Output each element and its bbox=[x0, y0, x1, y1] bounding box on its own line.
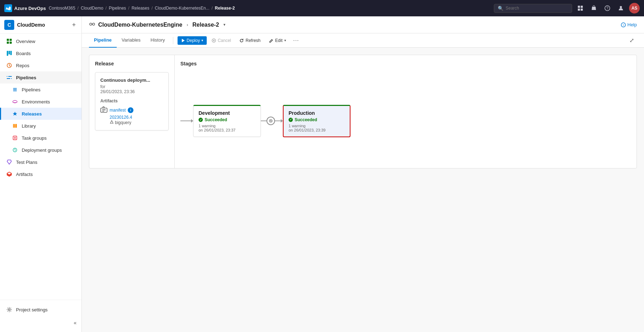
svg-point-27 bbox=[90, 23, 92, 25]
releases-icon bbox=[12, 111, 18, 117]
artifact-badge: i bbox=[128, 107, 133, 113]
artifact-version[interactable]: 20230126.4 bbox=[110, 115, 163, 120]
project-name[interactable]: CloudDemo bbox=[17, 22, 68, 28]
sidebar-item-label-deploygroups: Deployment groups bbox=[22, 148, 62, 153]
tab-variables[interactable]: Variables bbox=[117, 33, 146, 48]
deploy-dropdown-chevron: ▾ bbox=[201, 38, 203, 42]
breadcrumb: ContosoM365 / CloudDemo / Pipelines / Re… bbox=[49, 6, 491, 11]
help-icon[interactable]: ? bbox=[602, 3, 613, 14]
tab-pipeline[interactable]: Pipeline bbox=[89, 33, 117, 48]
main-layout: C CloudDemo + Overview Boards bbox=[0, 16, 644, 332]
release-section: Release Continuous deploym... for 26/01/… bbox=[89, 55, 175, 168]
tab-history[interactable]: History bbox=[146, 33, 170, 48]
sidebar-item-label-overview: Overview bbox=[16, 39, 35, 44]
grid-view-icon[interactable] bbox=[575, 3, 586, 14]
stage-card-development[interactable]: Development Succeeded 1 warning on 26/01… bbox=[193, 105, 261, 137]
breadcrumb-section[interactable]: Pipelines bbox=[109, 6, 126, 11]
sidebar-item-label-boards: Boards bbox=[16, 51, 31, 56]
app-logo[interactable]: Azure DevOps bbox=[4, 4, 46, 12]
sidebar-item-label-environments: Environments bbox=[22, 99, 50, 105]
svg-rect-9 bbox=[7, 42, 9, 44]
sidebar-item-releases[interactable]: Releases bbox=[0, 108, 81, 120]
pipelines-icon bbox=[12, 86, 18, 93]
sidebar-item-testplans[interactable]: Test Plans bbox=[0, 156, 81, 168]
refresh-button[interactable]: Refresh bbox=[236, 36, 264, 45]
sidebar-item-label-pipelines: Pipelines bbox=[22, 87, 41, 92]
sidebar-item-pipelines-header[interactable]: Pipelines bbox=[0, 71, 81, 84]
stage-timestamp-production: on 26/01/2023, 23:39 bbox=[289, 128, 345, 132]
stage-status-development: Succeeded bbox=[199, 117, 255, 122]
user-avatar[interactable]: AS bbox=[629, 3, 640, 14]
breadcrumb-pipeline[interactable]: CloudDemo-KubernetesEn... bbox=[155, 6, 209, 11]
library-icon bbox=[12, 123, 18, 129]
page-title[interactable]: CloudDemo-KubernetesEngine bbox=[98, 22, 182, 28]
sidebar-item-label-artifacts: Artifacts bbox=[16, 172, 33, 177]
svg-rect-10 bbox=[10, 42, 12, 44]
top-navigation: Azure DevOps ContosoM365 / CloudDemo / P… bbox=[0, 0, 644, 16]
sidebar-item-environments[interactable]: Environments bbox=[0, 96, 81, 108]
stage-success-icon-development bbox=[199, 118, 203, 122]
stages-section: Stages Development bbox=[175, 55, 637, 168]
deploy-label: Deploy bbox=[187, 38, 200, 43]
edit-dropdown-chevron: ▾ bbox=[284, 38, 286, 42]
stage-card-body-development: Development Succeeded 1 warning on 26/01… bbox=[194, 106, 260, 136]
sidebar-collapse-button[interactable]: « bbox=[0, 316, 81, 329]
help-button[interactable]: ? Help bbox=[621, 22, 637, 27]
testplans-icon bbox=[6, 159, 12, 165]
search-icon: 🔍 bbox=[498, 6, 503, 11]
sidebar-item-library[interactable]: Library bbox=[0, 120, 81, 132]
artifacts-label: Artifacts bbox=[100, 98, 163, 103]
artifact-name[interactable]: manifest bbox=[110, 108, 126, 113]
breadcrumb-project[interactable]: CloudDemo bbox=[81, 6, 103, 11]
sidebar-item-boards[interactable]: Boards bbox=[0, 47, 81, 59]
search-input[interactable] bbox=[506, 6, 563, 11]
svg-rect-18 bbox=[13, 89, 17, 90]
breadcrumb-org[interactable]: ContosoM365 bbox=[49, 6, 75, 11]
svg-rect-11 bbox=[7, 51, 8, 56]
collapse-icon: « bbox=[74, 320, 76, 326]
cancel-button[interactable]: Cancel bbox=[208, 36, 234, 45]
svg-rect-13 bbox=[10, 51, 12, 55]
sidebar-item-overview[interactable]: Overview bbox=[0, 35, 81, 47]
pipeline-canvas: Release Continuous deploym... for 26/01/… bbox=[82, 48, 644, 332]
release-name[interactable]: Release-2 bbox=[192, 22, 219, 28]
sidebar-item-repos[interactable]: Repos bbox=[0, 59, 81, 71]
release-dropdown-chevron[interactable]: ▾ bbox=[223, 22, 226, 27]
content-area: CloudDemo-KubernetesEngine › Release-2 ▾… bbox=[82, 16, 644, 332]
sidebar-item-taskgroups[interactable]: Task groups bbox=[0, 132, 81, 144]
add-project-button[interactable]: + bbox=[70, 21, 77, 30]
repos-icon bbox=[6, 62, 12, 69]
settings-icon bbox=[6, 306, 12, 313]
dev-to-production-connector bbox=[261, 117, 283, 125]
release-date: 26/01/2023, 23:36 bbox=[100, 89, 163, 94]
stage-card-production[interactable]: Production Succeeded 1 warning on 26/01/… bbox=[283, 105, 350, 137]
user-settings-icon[interactable] bbox=[616, 3, 626, 14]
sidebar-item-artifacts[interactable]: Artifacts bbox=[0, 168, 81, 180]
pipeline-board: Release Continuous deploym... for 26/01/… bbox=[89, 55, 637, 168]
shopping-bag-icon[interactable] bbox=[588, 3, 599, 14]
expand-button[interactable]: ⤢ bbox=[627, 35, 637, 46]
svg-point-26 bbox=[9, 309, 10, 311]
help-label: Help bbox=[627, 22, 637, 27]
more-options-button[interactable]: ··· bbox=[291, 36, 301, 45]
svg-rect-2 bbox=[578, 9, 580, 11]
breadcrumb-subsection[interactable]: Releases bbox=[132, 6, 149, 11]
stages-container: Development Succeeded 1 warning on 26/01… bbox=[180, 72, 631, 162]
svg-rect-0 bbox=[578, 6, 580, 8]
sidebar-item-deploygroups[interactable]: Deployment groups bbox=[0, 144, 81, 156]
deploy-button[interactable]: Deploy ▾ bbox=[178, 36, 207, 45]
svg-point-16 bbox=[10, 78, 11, 79]
breadcrumb-release[interactable]: Release-2 bbox=[215, 6, 235, 11]
edit-button[interactable]: Edit ▾ bbox=[265, 36, 290, 45]
sidebar-item-label-pipelines-header: Pipelines bbox=[16, 75, 36, 80]
pipelines-header-icon bbox=[6, 74, 12, 81]
more-icon: ··· bbox=[293, 37, 299, 43]
release-to-dev-connector bbox=[180, 119, 193, 123]
svg-point-15 bbox=[7, 76, 9, 77]
sidebar: C CloudDemo + Overview Boards bbox=[0, 16, 82, 332]
sidebar-item-project-settings[interactable]: Project settings bbox=[0, 303, 81, 316]
svg-rect-37 bbox=[102, 109, 106, 110]
sidebar-item-pipelines[interactable]: Pipelines bbox=[0, 84, 81, 96]
svg-rect-1 bbox=[581, 6, 583, 8]
search-box[interactable]: 🔍 bbox=[494, 4, 572, 13]
